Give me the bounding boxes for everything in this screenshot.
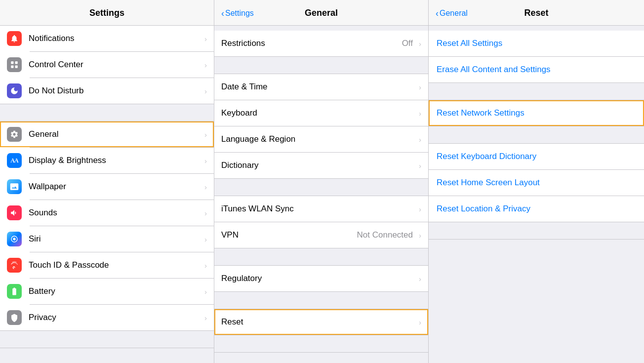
wallpaper-chevron: › [204, 183, 207, 191]
mid-section-restrictions: Restrictions Off › [214, 31, 428, 56]
sidebar-item-sounds[interactable]: Sounds › [0, 200, 214, 226]
language-label: Language & Region [221, 134, 416, 144]
svg-rect-1 [15, 61, 18, 64]
left-title: Settings [89, 8, 124, 18]
svg-rect-0 [11, 61, 13, 64]
right-section-1: Reset All Settings Erase All Content and… [429, 31, 644, 82]
privacy-icon [7, 310, 22, 325]
mid-sep-4 [214, 291, 428, 309]
keyboard-chevron: › [419, 109, 421, 118]
datetime-chevron: › [419, 83, 421, 91]
general-label: General [29, 129, 201, 139]
left-section-1: Notifications › Control Center › Do Not … [0, 26, 214, 104]
siri-icon [7, 232, 22, 246]
restrictions-chevron: › [419, 40, 421, 48]
sounds-chevron: › [204, 209, 207, 217]
mid-item-reset[interactable]: Reset › [214, 309, 428, 335]
right-item-reset-network[interactable]: Reset Network Settings [429, 100, 644, 126]
siri-chevron: › [204, 235, 207, 243]
sidebar-item-notifications[interactable]: Notifications › [0, 26, 214, 51]
datetime-label: Date & Time [221, 82, 416, 92]
section-sep-1 [0, 104, 214, 121]
notifications-chevron: › [204, 35, 207, 43]
do-not-disturb-icon [7, 83, 22, 98]
restrictions-value: Off [402, 39, 413, 48]
vpn-chevron: › [419, 231, 421, 240]
mid-back-button[interactable]: ‹ Settings [221, 9, 254, 18]
mid-item-regulatory[interactable]: Regulatory › [214, 266, 428, 291]
right-column: ‹ General Reset Reset All Settings Erase… [429, 0, 644, 363]
display-icon: AA [7, 153, 22, 168]
sidebar-item-general[interactable]: General › [0, 121, 214, 147]
right-item-reset-keyboard[interactable]: Reset Keyboard Dictionary [429, 144, 644, 169]
svg-rect-2 [11, 66, 13, 68]
right-back-button[interactable]: ‹ General [436, 9, 468, 18]
right-bottom-sep [429, 222, 644, 240]
sounds-label: Sounds [29, 208, 201, 218]
sidebar-item-wallpaper[interactable]: Wallpaper › [0, 174, 214, 200]
left-section-2: General › AA Display & Brightness › Wall… [0, 121, 214, 330]
privacy-chevron: › [204, 314, 207, 322]
right-item-reset-all[interactable]: Reset All Settings [429, 31, 644, 56]
itunes-label: iTunes WLAN Sync [221, 204, 416, 214]
mid-item-restrictions[interactable]: Restrictions Off › [214, 31, 428, 56]
display-chevron: › [204, 157, 207, 165]
touchid-icon [7, 258, 22, 273]
control-center-icon [7, 57, 22, 72]
battery-chevron: › [204, 287, 207, 296]
do-not-disturb-chevron: › [204, 87, 207, 95]
mid-list-body: Restrictions Off › Date & Time › Keyboar… [214, 26, 428, 363]
mid-section-4: Regulatory › [214, 266, 428, 291]
reset-label: Reset [221, 317, 416, 327]
notifications-label: Notifications [29, 34, 201, 43]
touchid-chevron: › [204, 261, 207, 270]
restrictions-label: Restrictions [221, 39, 402, 48]
mid-item-keyboard[interactable]: Keyboard › [214, 100, 428, 126]
sidebar-item-do-not-disturb[interactable]: Do Not Disturb › [0, 78, 214, 104]
sidebar-item-display[interactable]: AA Display & Brightness › [0, 148, 214, 173]
battery-label: Battery [29, 286, 201, 296]
sidebar-item-siri[interactable]: Siri › [0, 226, 214, 252]
language-chevron: › [419, 135, 421, 144]
right-item-reset-homescreen[interactable]: Reset Home Screen Layout [429, 170, 644, 196]
right-item-reset-location[interactable]: Reset Location & Privacy [429, 196, 644, 222]
sidebar-item-touchid[interactable]: Touch ID & Passcode › [0, 252, 214, 278]
mid-item-language[interactable]: Language & Region › [214, 126, 428, 152]
mid-item-dictionary[interactable]: Dictionary › [214, 153, 428, 178]
right-top-spacer [429, 26, 644, 31]
sidebar-item-privacy[interactable]: Privacy › [0, 305, 214, 330]
sidebar-item-control-center[interactable]: Control Center › [0, 52, 214, 78]
reset-network-label: Reset Network Settings [437, 108, 524, 118]
touchid-label: Touch ID & Passcode [29, 260, 201, 270]
mid-column: ‹ Settings General Restrictions Off › Da… [214, 0, 429, 363]
mid-item-itunes[interactable]: iTunes WLAN Sync › [214, 196, 428, 222]
left-column: Settings Notifications › Control Center … [0, 0, 214, 363]
vpn-value: Not Connected [357, 230, 413, 240]
left-list-body: Notifications › Control Center › Do Not … [0, 26, 214, 363]
right-back-chevron: ‹ [436, 9, 439, 18]
mid-bottom-sep [214, 335, 428, 353]
mid-back-label: Settings [225, 9, 254, 18]
reset-all-label: Reset All Settings [437, 39, 502, 48]
display-label: Display & Brightness [29, 156, 201, 165]
right-item-erase-all[interactable]: Erase All Content and Settings [429, 57, 644, 82]
right-section-2: Reset Network Settings [429, 100, 644, 126]
right-header: ‹ General Reset [429, 0, 644, 26]
notifications-icon [7, 31, 22, 46]
mid-item-datetime[interactable]: Date & Time › [214, 74, 428, 100]
mid-back-chevron: ‹ [221, 9, 224, 18]
sidebar-item-battery[interactable]: Battery › [0, 279, 214, 304]
reset-location-label: Reset Location & Privacy [437, 204, 530, 214]
battery-icon [7, 284, 22, 299]
privacy-label: Privacy [29, 313, 201, 323]
itunes-chevron: › [419, 205, 421, 213]
right-section-3: Reset Keyboard Dictionary Reset Home Scr… [429, 144, 644, 222]
mid-section-2: Date & Time › Keyboard › Language & Regi… [214, 74, 428, 178]
right-list-body: Reset All Settings Erase All Content and… [429, 26, 644, 363]
mid-sep-3 [214, 248, 428, 266]
erase-all-label: Erase All Content and Settings [437, 65, 551, 75]
right-back-label: General [440, 9, 468, 18]
mid-item-vpn[interactable]: VPN Not Connected › [214, 222, 428, 248]
reset-chevron: › [419, 318, 421, 326]
mid-sep-1 [214, 56, 428, 74]
